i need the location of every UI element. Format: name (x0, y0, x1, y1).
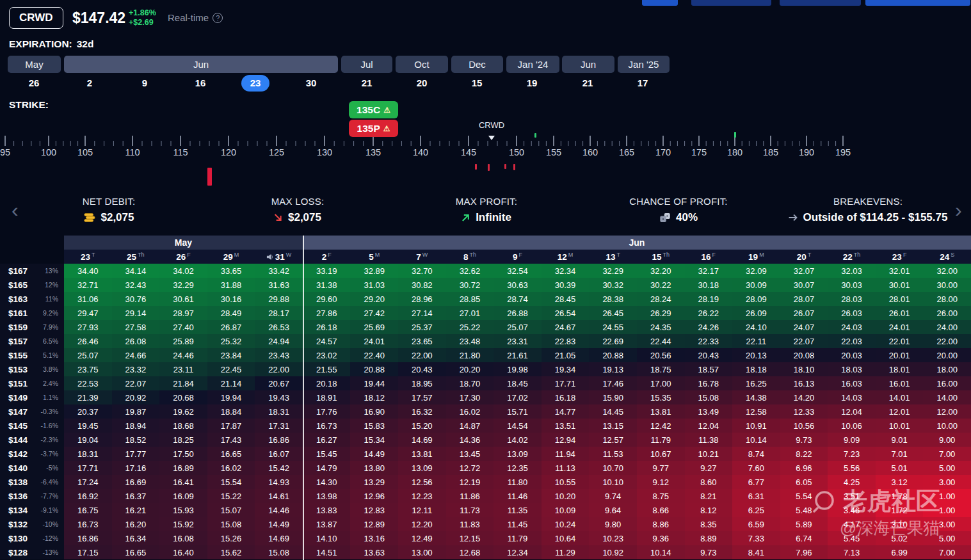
payoff-cell: 8.86 (637, 517, 685, 531)
expiry-date-11-17[interactable]: 17 (629, 75, 657, 92)
payoff-cell: 31.03 (350, 278, 398, 292)
help-icon[interactable]: ? (213, 13, 223, 23)
column-header-1-25Th[interactable]: 25Th (112, 250, 160, 264)
column-header-4-31W[interactable]: 31W (255, 250, 303, 264)
strike-row-header-153[interactable]: $1533.8% (0, 362, 64, 376)
payoff-cell: 13.45 (446, 447, 494, 461)
current-price-pointer-icon (488, 136, 495, 140)
expiry-date-9-19[interactable]: 19 (518, 75, 546, 92)
strike-row-header-130[interactable]: $130-12% (0, 531, 64, 545)
column-header-18-24S[interactable]: 24S (923, 250, 971, 264)
top-button-3[interactable] (865, 0, 970, 6)
strike-row-header-149[interactable]: $1491.1% (0, 390, 64, 404)
payoff-cell: 22.83 (542, 334, 590, 348)
strike-slider[interactable]: 9510010511011512012513013514014515015516… (0, 96, 971, 192)
change-amount: +$2.69 (129, 18, 156, 28)
strike-tick-label-115: 115 (165, 147, 197, 157)
month-tab-1-jun[interactable]: Jun (64, 56, 338, 73)
column-header-3-29M[interactable]: 29M (207, 250, 255, 264)
payoff-cell: 7.01 (876, 447, 924, 461)
month-tab-4-dec[interactable]: Dec (451, 56, 503, 73)
month-tab-5-jan24[interactable]: Jan '24 (506, 56, 559, 73)
payoff-cell: 16.90 (350, 404, 398, 419)
column-header-8-8Th[interactable]: 8Th (446, 250, 494, 264)
strike-row-header-134[interactable]: $134-9.1% (0, 503, 64, 517)
month-tab-6-jun[interactable]: Jun (562, 56, 614, 73)
month-tab-3-oct[interactable]: Oct (396, 56, 448, 73)
top-button-0[interactable] (642, 0, 678, 6)
strike-row-header-165[interactable]: $16512% (0, 278, 64, 292)
payoff-cell: 15.08 (685, 390, 733, 404)
payoff-cell: 21.84 (159, 376, 207, 390)
column-header-12-15Th[interactable]: 15Th (637, 250, 685, 264)
payoff-cell: 25.07 (494, 320, 542, 334)
payoff-cell: 23.48 (446, 334, 494, 348)
month-tab-2-jul[interactable]: Jul (341, 56, 392, 73)
column-header-5-2F[interactable]: 2F (303, 250, 351, 264)
top-button-1[interactable] (691, 0, 771, 6)
call-strike-badge[interactable]: 135C ⚠ (349, 101, 398, 118)
strike-row-header-161[interactable]: $1619.2% (0, 306, 64, 320)
expiry-date-4-23[interactable]: 23 (241, 75, 269, 92)
strike-tick-label-165: 165 (611, 147, 643, 157)
column-header-14-19M[interactable]: 19M (732, 250, 780, 264)
scroll-right-chevron[interactable]: › (955, 197, 962, 223)
payoff-cell: 27.01 (446, 306, 494, 320)
table-corner (0, 250, 64, 264)
column-header-15-20T[interactable]: 20T (780, 250, 828, 264)
column-header-11-13T[interactable]: 13T (589, 250, 637, 264)
ticker-symbol[interactable]: CRWD (9, 7, 63, 29)
expiry-date-8-15[interactable]: 15 (463, 75, 491, 92)
strike-row-header-163[interactable]: $16311% (0, 292, 64, 306)
max-profit-label: MAX PROFIT: (456, 196, 517, 207)
expiry-date-1-2[interactable]: 2 (76, 75, 104, 92)
column-header-7-7W[interactable]: 7W (398, 250, 446, 264)
payoff-cell: 13.49 (685, 404, 733, 419)
column-header-9-9F[interactable]: 9F (494, 250, 542, 264)
put-strike-badge[interactable]: 135P ⚠ (349, 120, 398, 137)
column-header-10-12M[interactable]: 12M (542, 250, 590, 264)
strike-row-header-140[interactable]: $140-5% (0, 461, 64, 475)
strike-row-header-144[interactable]: $144-2.3% (0, 433, 64, 447)
top-button-2[interactable] (780, 0, 861, 6)
payoff-cell: 17.31 (255, 419, 303, 433)
column-header-16-22Th[interactable]: 22Th (828, 250, 876, 264)
breakevens-label: BREAKEVENS: (789, 196, 948, 207)
expiry-date-5-30[interactable]: 30 (297, 75, 325, 92)
payoff-cell: 6.99 (876, 545, 924, 559)
payoff-cell: 16.86 (64, 531, 112, 545)
column-header-13-16F[interactable]: 16F (685, 250, 733, 264)
strike-row-header-132[interactable]: $132-10% (0, 517, 64, 531)
month-tab-0-may[interactable]: May (8, 56, 61, 73)
strike-row-header-147[interactable]: $147-0.3% (0, 404, 64, 419)
payoff-cell: 33.65 (207, 264, 255, 278)
column-header-0-23T[interactable]: 23T (64, 250, 112, 264)
call-strike-label: 135C (357, 104, 380, 116)
column-header-2-26F[interactable]: 26F (159, 250, 207, 264)
expiry-date-7-20[interactable]: 20 (408, 75, 436, 92)
strike-row-header-145[interactable]: $145-1.6% (0, 419, 64, 433)
strike-row-header-167[interactable]: $16713% (0, 264, 64, 278)
column-header-17-23F[interactable]: 23F (876, 250, 924, 264)
price-marker-bar[interactable] (207, 168, 212, 186)
payoff-cell: 8.60 (685, 475, 733, 489)
column-header-6-5M[interactable]: 5M (350, 250, 398, 264)
strike-row-header-151[interactable]: $1512.4% (0, 376, 64, 390)
expiry-date-0-26[interactable]: 26 (20, 75, 48, 92)
strike-row-header-136[interactable]: $136-7.7% (0, 489, 64, 503)
expiry-date-6-21[interactable]: 21 (353, 75, 381, 92)
month-tab-7-jan25[interactable]: Jan '25 (618, 56, 670, 73)
expiry-date-2-9[interactable]: 9 (131, 75, 159, 92)
strike-row-header-159[interactable]: $1597.9% (0, 320, 64, 334)
expiry-date-3-16[interactable]: 16 (186, 75, 214, 92)
scroll-left-chevron[interactable]: ‹ (12, 197, 19, 223)
strike-row-header-157[interactable]: $1576.5% (0, 334, 64, 348)
strike-tick-label-185: 185 (755, 147, 787, 157)
expiry-date-10-21[interactable]: 21 (574, 75, 602, 92)
strike-row-header-155[interactable]: $1555.1% (0, 348, 64, 362)
strike-row-header-138[interactable]: $138-6.4% (0, 475, 64, 489)
strike-row-header-128[interactable]: $128-13% (0, 545, 64, 559)
strike-row-header-142[interactable]: $142-3.7% (0, 447, 64, 461)
payoff-cell: 12.20 (398, 517, 446, 531)
payoff-cell: 19.94 (207, 390, 255, 404)
